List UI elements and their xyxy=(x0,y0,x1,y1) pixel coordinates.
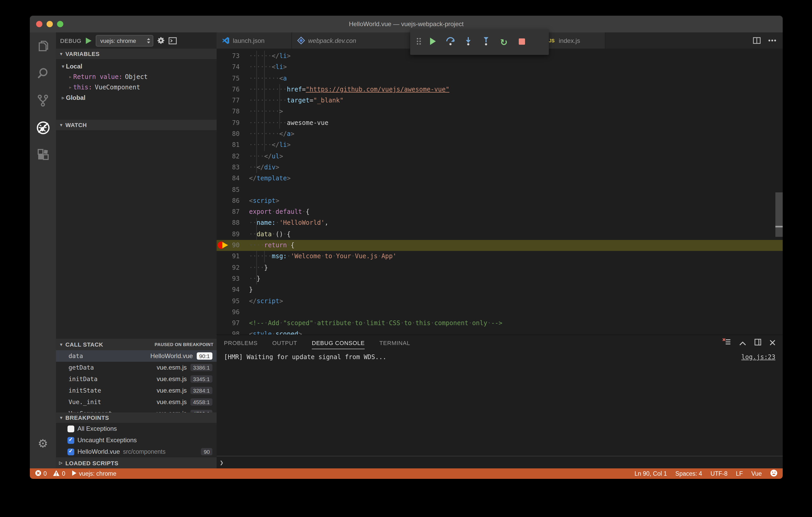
watch-section-header[interactable]: ▼ WATCH xyxy=(56,120,216,130)
call-stack-frame[interactable]: initStatevue.esm.js3284:1 xyxy=(56,385,216,396)
status-vue[interactable]: Vue xyxy=(751,470,762,477)
code-line-92[interactable]: 92····} xyxy=(216,262,783,273)
call-stack-frame[interactable]: getDatavue.esm.js3386:1 xyxy=(56,362,216,373)
call-stack-frame[interactable]: VueComponentvue.esm.js4799:1 xyxy=(56,408,216,413)
code-line-79[interactable]: 79··········awesome-vue xyxy=(216,118,783,129)
debug-console-button[interactable] xyxy=(168,37,177,44)
activitybar-source-control[interactable] xyxy=(30,87,56,114)
code-line-75[interactable]: 75········<a xyxy=(216,73,783,84)
code-line-84[interactable]: 84</template> xyxy=(216,173,783,185)
editor-tab-webpack-dev-con[interactable]: webpack.dev.con xyxy=(292,32,412,49)
panel-panel-box[interactable] xyxy=(754,338,761,347)
call-stack-frame[interactable]: Vue._initvue.esm.js4558:1 xyxy=(56,396,216,408)
panel-tab-terminal[interactable]: TERMINAL xyxy=(379,337,410,348)
editor-scrollbar[interactable] xyxy=(775,192,783,237)
toolbar-step-out[interactable] xyxy=(477,33,495,51)
frame-function: getData xyxy=(68,364,94,371)
code-line-96[interactable]: 96 xyxy=(216,307,783,318)
code-line-91[interactable]: 91······msg:·'Welcome·to·Your·Vue.js·App… xyxy=(216,251,783,263)
panel-tab-output[interactable]: OUTPUT xyxy=(272,337,297,348)
status-feedback[interactable] xyxy=(770,469,778,478)
status-ln[interactable]: Ln 90, Col 1 xyxy=(635,470,667,477)
toolbar-continue[interactable] xyxy=(424,33,442,51)
variables-scope-row[interactable]: ▹Global xyxy=(56,94,216,102)
panel-clear-console[interactable] xyxy=(723,338,731,347)
variables-scope-row[interactable]: ▾Local xyxy=(56,62,216,70)
variable-row[interactable]: ▹this:VueComponent xyxy=(56,83,216,91)
call-stack-frame[interactable]: initDatavue.esm.js3345:1 xyxy=(56,373,216,385)
code-line-82[interactable]: 82····</ul> xyxy=(216,151,783,162)
call-stack-section-header[interactable]: ▼ CALL STACK PAUSED ON BREAKPOINT xyxy=(56,339,216,350)
debug-config-select[interactable]: vuejs: chrome xyxy=(95,35,153,46)
console-source-link[interactable]: log.js:23 xyxy=(742,354,775,361)
code-line-85[interactable]: 85 xyxy=(216,184,783,195)
toolbar-step-over[interactable] xyxy=(442,33,459,51)
variables-section-header[interactable]: ▼ VARIABLES xyxy=(56,49,216,59)
code-line-89[interactable]: 89··data·()·{ xyxy=(216,229,783,240)
panel-chevron-up[interactable] xyxy=(739,338,746,347)
select-arrows-icon xyxy=(146,37,150,44)
status-play-outline[interactable]: vuejs: chrome xyxy=(72,470,116,477)
debug-console-input[interactable]: ❯ xyxy=(216,456,783,468)
toolbar-step-into[interactable] xyxy=(459,33,477,51)
code-line-76[interactable]: 76··········href="https://github.com/vue… xyxy=(216,84,783,95)
activitybar-debug[interactable] xyxy=(30,114,56,141)
breakpoint-row[interactable]: All Exceptions xyxy=(56,423,216,434)
close-window-button[interactable] xyxy=(36,21,42,27)
debug-toolbar[interactable]: ↻ xyxy=(410,29,549,55)
toolbar-grip[interactable] xyxy=(413,33,424,51)
zoom-window-button[interactable] xyxy=(57,21,63,27)
editor-tab-index-js[interactable]: JSindex.js xyxy=(543,32,605,49)
status-error[interactable]: 0 xyxy=(35,470,47,477)
line-text: ······<li> xyxy=(249,62,287,73)
code-line-88[interactable]: 88··name:·'HelloWorld', xyxy=(216,218,783,229)
code-line-90[interactable]: 90····return·{ xyxy=(216,240,783,251)
code-line-78[interactable]: 78········> xyxy=(216,107,783,118)
code-line-80[interactable]: 80········</a> xyxy=(216,129,783,140)
loaded-scripts-section-header[interactable]: ▷ LOADED SCRIPTS xyxy=(56,457,216,468)
activitybar-search[interactable] xyxy=(30,60,56,87)
code-line-98[interactable]: 98<style·scoped> xyxy=(216,329,783,335)
panel-tab-debug-console[interactable]: DEBUG CONSOLE xyxy=(312,337,365,348)
line-number: 85 xyxy=(216,184,240,195)
configure-gear-button[interactable] xyxy=(157,37,165,44)
split-editor-button[interactable] xyxy=(753,37,761,44)
status-utf-8[interactable]: UTF-8 xyxy=(710,470,727,477)
code-line-86[interactable]: 86<script> xyxy=(216,195,783,207)
code-line-94[interactable]: 94} xyxy=(216,284,783,296)
code-line-87[interactable]: 87export·default·{ xyxy=(216,207,783,218)
breakpoint-checkbox[interactable] xyxy=(67,448,74,455)
more-actions-button[interactable] xyxy=(768,39,776,42)
toolbar-stop[interactable] xyxy=(513,33,530,51)
title-bar[interactable]: HelloWorld.vue — vuejs-webpack-project xyxy=(30,16,783,32)
code-line-95[interactable]: 95</script> xyxy=(216,296,783,307)
code-line-97[interactable]: 97<!--·Add·"scoped"·attribute·to·limit·C… xyxy=(216,318,783,329)
activitybar-files[interactable] xyxy=(30,32,56,60)
panel-tab-problems[interactable]: PROBLEMS xyxy=(224,337,258,348)
code-line-81[interactable]: 81······</li> xyxy=(216,140,783,151)
variable-row[interactable]: ▹Return value:Object xyxy=(56,73,216,81)
editor-tab-launch-json[interactable]: launch.json xyxy=(216,32,292,49)
code-line-83[interactable]: 83··</div> xyxy=(216,162,783,173)
breakpoint-checkbox[interactable] xyxy=(67,425,74,432)
status-lf[interactable]: LF xyxy=(736,470,743,477)
settings-gear-button[interactable]: ⚙ xyxy=(30,433,56,454)
code-line-93[interactable]: 93··} xyxy=(216,273,783,285)
toolbar-restart[interactable]: ↻ xyxy=(495,33,513,51)
code-line-74[interactable]: 74······<li> xyxy=(216,62,783,73)
breakpoint-row[interactable]: Uncaught Exceptions xyxy=(56,434,216,446)
code-editor[interactable]: 72········</a>73······</li>74······<li>7… xyxy=(216,49,783,335)
panel-close[interactable] xyxy=(770,338,775,347)
call-stack-frame[interactable]: dataHelloWorld.vue90:1 xyxy=(56,350,216,362)
status-spaces[interactable]: Spaces: 4 xyxy=(675,470,702,477)
frame-location-badge: 3386:1 xyxy=(191,364,212,371)
breakpoints-section-header[interactable]: ▼ BREAKPOINTS xyxy=(56,413,216,423)
breakpoint-row[interactable]: HelloWorld.vuesrc/components90 xyxy=(56,446,216,457)
breakpoint-checkbox[interactable] xyxy=(67,437,74,444)
minimize-window-button[interactable] xyxy=(47,21,53,27)
status-warning[interactable]: 0 xyxy=(53,470,65,477)
code-line-77[interactable]: 77··········target="_blank" xyxy=(216,95,783,107)
start-debug-button[interactable] xyxy=(85,37,92,44)
activitybar-extensions[interactable] xyxy=(30,141,56,168)
debug-sidebar-header: DEBUG vuejs: chrome xyxy=(56,32,216,49)
